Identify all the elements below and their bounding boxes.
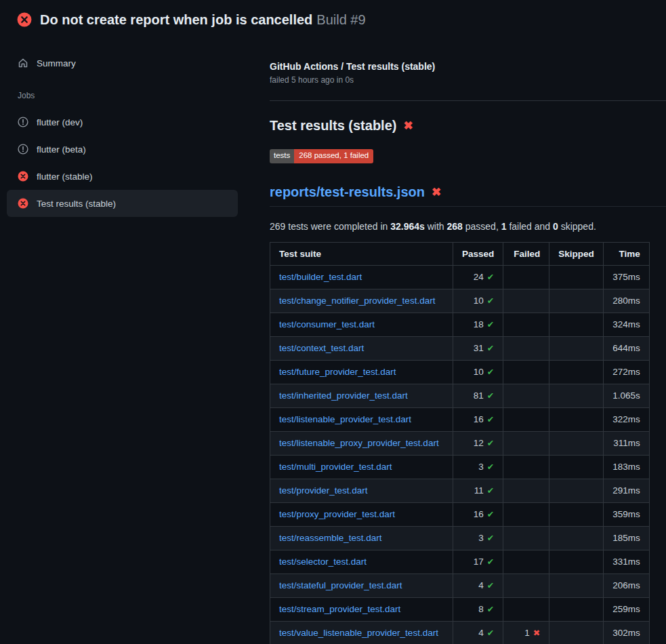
summary-failed-count: 1 — [501, 221, 507, 232]
table-row: test/stateful_provider_test.dart4✔206ms — [270, 573, 650, 597]
suite-cell: test/future_provider_test.dart — [270, 360, 453, 384]
test-suite-link[interactable]: test/proxy_provider_test.dart — [279, 509, 395, 519]
passed-cell: 24✔ — [453, 265, 503, 289]
sidebar-job-item[interactable]: flutter (dev) — [7, 108, 238, 136]
column-header: Test suite — [270, 242, 453, 265]
failed-cell — [503, 360, 549, 384]
cancelled-icon — [18, 117, 28, 127]
test-suite-link[interactable]: test/provider_test.dart — [279, 485, 368, 496]
test-suite-link[interactable]: test/stateful_provider_test.dart — [279, 580, 402, 590]
sidebar-jobs-list: flutter (dev)flutter (beta)flutter (stab… — [7, 108, 238, 217]
skipped-cell — [549, 573, 604, 597]
check-icon: ✔ — [487, 439, 494, 448]
check-title: Do not create report when job is cancell… — [40, 12, 312, 27]
test-suite-link[interactable]: test/context_test.dart — [279, 343, 364, 353]
check-icon: ✔ — [487, 296, 494, 306]
test-suite-link[interactable]: test/selector_test.dart — [279, 557, 367, 567]
time-cell: 302ms — [603, 621, 649, 644]
time-cell: 375ms — [603, 265, 649, 289]
report-heading: reports/test-results.json ✖ — [270, 184, 666, 207]
test-suite-link[interactable]: test/listenable_proxy_provider_test.dart — [279, 438, 439, 448]
check-icon: ✔ — [487, 320, 494, 329]
passed-cell: 16✔ — [453, 502, 503, 526]
sidebar-item-summary[interactable]: Summary — [7, 49, 238, 77]
count-value: 18 — [474, 319, 484, 329]
summary-part: passed, — [463, 221, 501, 232]
table-row: test/inherited_provider_test.dart81✔1.06… — [270, 384, 650, 407]
check-icon: ✔ — [487, 628, 494, 638]
badge-label: tests — [270, 149, 294, 163]
count-value: 4 — [478, 628, 484, 638]
report-link[interactable]: reports/test-results.json — [270, 184, 425, 200]
check-icon: ✔ — [487, 510, 494, 519]
failed-cell — [503, 289, 549, 313]
failed-cell — [503, 550, 549, 573]
time-cell: 185ms — [603, 526, 649, 550]
check-icon: ✔ — [487, 415, 494, 424]
job-label: flutter (stable) — [37, 172, 93, 182]
divider — [270, 100, 666, 101]
count-value: 17 — [474, 557, 484, 567]
table-row: test/future_provider_test.dart10✔272ms — [270, 360, 650, 384]
time-cell: 272ms — [603, 360, 649, 384]
test-suite-link[interactable]: test/stream_provider_test.dart — [279, 604, 400, 614]
passed-cell: 17✔ — [453, 550, 503, 573]
count-value: 11 — [474, 485, 484, 496]
count-value: 3 — [478, 533, 484, 543]
skipped-cell — [549, 502, 604, 526]
summary-label: Summary — [37, 58, 76, 68]
passed-cell: 10✔ — [453, 360, 503, 384]
test-summary-line: 269 tests were completed in 32.964s with… — [270, 221, 666, 232]
test-suite-link[interactable]: test/reassemble_test.dart — [279, 533, 382, 543]
sidebar: Summary Jobs flutter (dev)flutter (beta)… — [0, 38, 270, 217]
job-label: flutter (dev) — [37, 117, 83, 127]
table-row: test/proxy_provider_test.dart16✔359ms — [270, 502, 650, 526]
time-cell: 183ms — [603, 455, 649, 479]
table-header-row: Test suitePassedFailedSkippedTime — [270, 242, 650, 265]
sidebar-job-item[interactable]: flutter (stable) — [7, 163, 238, 190]
time-cell: 280ms — [603, 289, 649, 313]
summary-skipped-count: 0 — [553, 221, 558, 232]
test-suite-link[interactable]: test/listenable_provider_test.dart — [279, 414, 411, 424]
passed-cell: 81✔ — [453, 384, 503, 407]
suite-cell: test/provider_test.dart — [270, 479, 453, 502]
suite-cell: test/proxy_provider_test.dart — [270, 502, 453, 526]
skipped-cell — [549, 265, 604, 289]
sidebar-job-item[interactable]: flutter (beta) — [7, 136, 238, 163]
test-suite-link[interactable]: test/consumer_test.dart — [279, 319, 375, 329]
failed-x-icon: ✖ — [403, 120, 413, 132]
test-suite-link[interactable]: test/builder_test.dart — [279, 272, 362, 282]
failed-cell — [503, 431, 549, 455]
suite-cell: test/stream_provider_test.dart — [270, 597, 453, 621]
failed-x-circle-icon — [17, 12, 32, 27]
skipped-cell — [549, 431, 604, 455]
count-value: 12 — [474, 438, 484, 448]
passed-cell: 3✔ — [453, 526, 503, 550]
skipped-cell — [549, 313, 604, 336]
summary-part: skipped. — [558, 221, 596, 232]
section-title-text: Test results (stable) — [270, 118, 396, 134]
count-value: 1 — [524, 628, 530, 638]
failed-cell — [503, 597, 549, 621]
failed-cell: 1✖ — [503, 621, 549, 644]
main-content: GitHub Actions / Test results (stable) f… — [270, 38, 666, 644]
passed-cell: 11✔ — [453, 479, 503, 502]
test-suite-link[interactable]: test/inherited_provider_test.dart — [279, 390, 408, 401]
count-value: 16 — [474, 414, 484, 424]
check-icon: ✔ — [487, 605, 494, 614]
test-suite-link[interactable]: test/future_provider_test.dart — [279, 367, 396, 377]
sidebar-job-item[interactable]: Test results (stable) — [7, 190, 238, 217]
failed-cell — [503, 407, 549, 431]
failed-cell — [503, 313, 549, 336]
page-title: Do not create report when job is cancell… — [40, 12, 366, 28]
test-suite-link[interactable]: test/value_listenable_provider_test.dart — [279, 628, 438, 638]
cancelled-icon — [18, 144, 28, 155]
passed-cell: 4✔ — [453, 621, 503, 644]
test-suite-link[interactable]: test/multi_provider_test.dart — [279, 462, 392, 472]
passed-cell: 4✔ — [453, 573, 503, 597]
test-suite-link[interactable]: test/change_notifier_provider_test.dart — [279, 296, 435, 306]
badge-value: 268 passed, 1 failed — [294, 149, 373, 163]
table-row: test/builder_test.dart24✔375ms — [270, 265, 650, 289]
summary-passed-count: 268 — [447, 221, 463, 232]
column-header: Skipped — [549, 242, 604, 265]
